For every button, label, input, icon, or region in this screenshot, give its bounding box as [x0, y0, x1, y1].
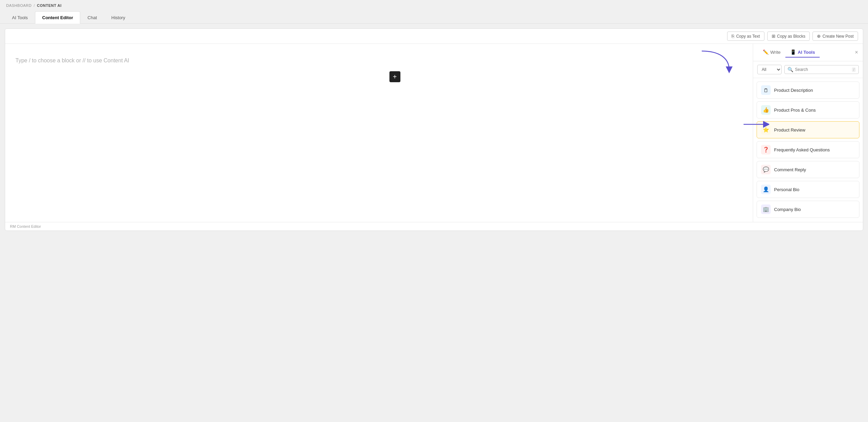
breadcrumb: DASHBOARD / CONTENT AI: [0, 0, 868, 11]
faq-icon: ❓: [761, 145, 771, 154]
product-review-icon: ⭐: [761, 125, 771, 135]
editor-placeholder: Type / to choose a block or // to use Co…: [15, 58, 743, 64]
search-shortcut: /: [852, 67, 856, 72]
add-block-button[interactable]: +: [389, 71, 400, 82]
product-description-icon: 🗒: [761, 85, 771, 95]
editor-body: Type / to choose a block or // to use Co…: [5, 44, 863, 222]
tool-item-product-description[interactable]: 🗒 Product Description: [757, 82, 859, 99]
personal-bio-icon: 👤: [761, 185, 771, 194]
right-panel: ✏️ Write 📱 AI Tools × All Text Media: [753, 44, 863, 222]
copy-as-blocks-button[interactable]: ⊞ Copy as Blocks: [767, 32, 810, 41]
comment-reply-icon: 💬: [761, 165, 771, 174]
filter-select[interactable]: All Text Media: [757, 65, 782, 74]
editor-footer-label: RM Content Editor: [10, 224, 41, 228]
panel-tab-ai-tools[interactable]: 📱 AI Tools: [785, 47, 820, 58]
create-post-icon: ⊕: [817, 34, 821, 39]
tab-chat[interactable]: Chat: [80, 11, 104, 24]
tool-item-product-review[interactable]: ⭐ Product Review: [757, 121, 859, 138]
copy-as-text-button[interactable]: ⎘ Copy as Text: [727, 32, 764, 41]
editor-footer: RM Content Editor: [5, 222, 863, 231]
breadcrumb-separator: /: [34, 3, 35, 8]
copy-blocks-icon: ⊞: [772, 34, 775, 39]
editor-content-area[interactable]: Type / to choose a block or // to use Co…: [5, 44, 753, 222]
search-input[interactable]: [795, 67, 850, 72]
copy-text-icon: ⎘: [732, 34, 734, 39]
editor-toolbar: ⎘ Copy as Text ⊞ Copy as Blocks ⊕ Create…: [5, 29, 863, 44]
tool-item-company-bio[interactable]: 🏢 Company Bio: [757, 201, 859, 218]
ai-tools-panel-icon: 📱: [790, 49, 796, 55]
write-icon: ✏️: [763, 49, 769, 55]
search-icon: 🔍: [787, 67, 793, 72]
tools-list: 🗒 Product Description 👍 Product Pros & C…: [753, 78, 863, 222]
tab-content-editor[interactable]: Content Editor: [35, 11, 80, 24]
breadcrumb-current: CONTENT AI: [37, 3, 62, 8]
panel-header: ✏️ Write 📱 AI Tools ×: [753, 44, 863, 61]
panel-search-row: All Text Media 🔍 /: [753, 61, 863, 78]
tab-history[interactable]: History: [104, 11, 132, 24]
tool-item-faq[interactable]: ❓ Frequently Asked Questions: [757, 141, 859, 158]
search-box[interactable]: 🔍 /: [784, 65, 859, 74]
company-bio-icon: 🏢: [761, 204, 771, 214]
panel-tab-write[interactable]: ✏️ Write: [758, 47, 785, 58]
panel-close-button[interactable]: ×: [855, 49, 858, 55]
main-container: ⎘ Copy as Text ⊞ Copy as Blocks ⊕ Create…: [5, 28, 863, 231]
tool-item-personal-bio[interactable]: 👤 Personal Bio: [757, 181, 859, 198]
product-pros-cons-icon: 👍: [761, 105, 771, 115]
create-new-post-button[interactable]: ⊕ Create New Post: [812, 32, 858, 41]
tool-item-comment-reply[interactable]: 💬 Comment Reply: [757, 161, 859, 178]
breadcrumb-parent[interactable]: DASHBOARD: [6, 3, 32, 8]
tool-item-product-pros-cons[interactable]: 👍 Product Pros & Cons: [757, 101, 859, 119]
tabs-bar: AI Tools Content Editor Chat History: [0, 11, 868, 24]
tab-ai-tools[interactable]: AI Tools: [5, 11, 35, 24]
